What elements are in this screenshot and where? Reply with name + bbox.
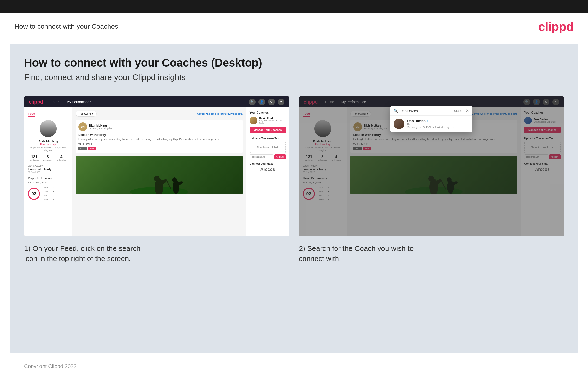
- search-result-1[interactable]: Dan Davies ✔ Pro Sunningdale Golf Club, …: [390, 116, 472, 132]
- coaches-title-1: Your Coaches: [250, 111, 286, 114]
- trackman-input-1[interactable]: [250, 155, 274, 159]
- nav-home-2: Home: [325, 100, 334, 104]
- coach-card-1: David Ford Royal North Devon Golf Club: [250, 117, 286, 124]
- search-input-text[interactable]: Dan Davies: [400, 109, 452, 113]
- page-title: How to connect with your Coaches: [14, 23, 118, 30]
- screenshots-row: clippd Home My Performance 🔍 👤 ⚙ ▾ Feed: [24, 96, 564, 264]
- result-role-1: Pro: [407, 123, 454, 126]
- settings-icon-2: ⚙: [543, 99, 550, 105]
- profile-panel-2: Feed Blair McHarg Plus Handicap Royal No…: [299, 108, 347, 236]
- stat-followers-1: 3 Followers: [43, 155, 53, 161]
- following-row-1: Following ▾ Control who can see your act…: [76, 111, 243, 117]
- search-icon-overlay: 🔍: [394, 109, 398, 113]
- coach-info-club-1: Royal North Devon Golf Club: [259, 120, 286, 124]
- settings-icon-1[interactable]: ⚙: [268, 99, 275, 105]
- close-search-btn[interactable]: ✕: [466, 109, 469, 113]
- add-link-btn-1[interactable]: Add Link: [274, 155, 286, 159]
- stats-row-2: 131Activities 3Followers 4Following: [303, 155, 343, 161]
- profile-photo-1: [40, 120, 57, 137]
- coaches-panel-2: Your Coaches Dan Davies Sunningdale Golf…: [521, 108, 564, 236]
- nav-performance-2: My Performance: [341, 100, 366, 104]
- result-club-1: Sunningdale Golf Club, United Kingdom: [407, 126, 454, 129]
- lesson-title-1: Lesson with Fordy: [79, 133, 240, 137]
- nav-logo-2: clippd: [304, 99, 318, 105]
- search-icon-2: 🔍: [524, 99, 530, 105]
- app-body-1: Feed Blair McHarg Plus Handicap Royal No…: [24, 108, 289, 236]
- nav-icons-1: 🔍 👤 ⚙ ▾: [249, 99, 284, 105]
- profile-location-2: Royal North Devon Golf Club, United King…: [303, 146, 343, 152]
- result-name-1: Dan Davies ✔: [407, 119, 454, 123]
- caption-2: 2) Search for the Coach you wish toconne…: [299, 243, 564, 264]
- search-icon-1[interactable]: 🔍: [249, 99, 256, 105]
- profile-icon-2: 👤: [533, 99, 540, 105]
- search-overlay: 🔍 Dan Davies CLEAR ✕ Dan Davies ✔ Pro: [390, 106, 472, 132]
- ad-2: 03 Aug 2022: [303, 171, 343, 173]
- result-info-1: Dan Davies ✔ Pro Sunningdale Golf Club, …: [407, 119, 454, 129]
- section-subtitle: Find, connect and share your Clippd insi…: [24, 73, 564, 82]
- clear-btn[interactable]: CLEAR: [454, 110, 463, 112]
- perf-title-1: Player Performance: [28, 177, 68, 180]
- upload-title-1: Upload a Trackman Test: [250, 137, 286, 140]
- profile-subtitle-1: Plus Handicap: [28, 143, 68, 146]
- lesson-desc-1: Looking to feel like my hands are exitin…: [79, 138, 240, 141]
- lesson-duration-1: 01 hr : 30 min: [79, 142, 240, 145]
- app-nav-1: clippd Home My Performance 🔍 👤 ⚙ ▾: [24, 96, 289, 108]
- svg-point-6: [172, 177, 177, 182]
- perf-subtitle-1: Total Player Quality: [28, 182, 68, 184]
- top-bar: [0, 0, 588, 12]
- ott-btn-1[interactable]: OTT: [79, 147, 87, 150]
- search-bar: 🔍 Dan Davies CLEAR ✕: [390, 106, 472, 116]
- copyright: Copyright Clippd 2022: [0, 357, 588, 368]
- score-circle-1: 92: [28, 188, 40, 200]
- profile-photo-2: [314, 120, 331, 137]
- stat-following-1: 4 Following: [57, 155, 66, 161]
- profile-panel-1: Feed Blair McHarg Plus Handicap Royal No…: [24, 108, 72, 236]
- stat-activities-1: 131 Activities: [30, 155, 39, 161]
- coach-avatar-sm-1: [250, 117, 257, 124]
- trackman-box-1: Trackman Link: [250, 142, 286, 153]
- golf-photo-1: [76, 156, 243, 194]
- coach-info-name-1: David Ford: [259, 117, 286, 120]
- performance-section-1: Player Performance Total Player Quality …: [28, 177, 68, 202]
- lesson-header-1: BM Blair McHarg Yesterday · Sunningdale: [79, 122, 240, 131]
- nav-home-1[interactable]: Home: [50, 100, 59, 104]
- svg-point-10: [429, 176, 434, 182]
- activity-name-1: Lesson with Fordy: [28, 168, 68, 171]
- profile-icon-1[interactable]: 👤: [258, 99, 265, 105]
- profile-location-1: Royal North Devon Golf Club, United King…: [28, 146, 68, 152]
- control-link-1[interactable]: Control who can see your activity and da…: [197, 112, 242, 115]
- latest-activity-label-1: Latest Activity: [28, 164, 68, 167]
- perf-bars-1: OTT90 APP85 ARG86 PUTT96: [44, 186, 57, 202]
- caption-1: 1) On your Feed, click on the searchicon…: [24, 243, 289, 264]
- verified-badge-1: ✔: [427, 119, 429, 123]
- section-title: How to connect with your Coaches (Deskto…: [24, 56, 564, 69]
- clippd-logo: clippd: [538, 19, 574, 34]
- result-avatar-1: [394, 119, 404, 129]
- manage-coaches-btn-1[interactable]: Manage Your Coaches: [250, 127, 286, 133]
- ps-2: Player Performance Total Player Quality …: [303, 177, 343, 202]
- feed-panel-1: Following ▾ Control who can see your act…: [72, 108, 246, 236]
- screenshot-1-frame: clippd Home My Performance 🔍 👤 ⚙ ▾ Feed: [24, 96, 289, 236]
- nav-logo-1: clippd: [29, 99, 43, 105]
- screenshot-2-block: clippd Home My Performance 🔍 👤 ⚙ ▾ Feed: [299, 96, 564, 264]
- feed-tab-2: Feed: [303, 112, 310, 117]
- feed-tab-1[interactable]: Feed: [28, 112, 35, 117]
- app-btn-1[interactable]: APP: [88, 147, 96, 150]
- header: How to connect with your Coaches clippd: [0, 12, 588, 38]
- avatar-icon-1[interactable]: ▾: [278, 99, 284, 105]
- following-btn-1[interactable]: Following ▾: [76, 111, 97, 117]
- profile-name-1: Blair McHarg: [28, 139, 68, 143]
- lesson-coach-sub-1: Yesterday · Sunningdale: [89, 127, 112, 130]
- coaches-panel-1: Your Coaches David Ford Royal North Devo…: [246, 108, 289, 236]
- coach-avatar-feed-1: BM: [79, 122, 87, 131]
- nav-performance-1[interactable]: My Performance: [66, 100, 91, 104]
- lesson-card-1: BM Blair McHarg Yesterday · Sunningdale …: [76, 120, 243, 153]
- lesson-actions-1: OTT APP: [79, 147, 240, 150]
- avatar-icon-2: ▾: [552, 99, 559, 105]
- main-content: How to connect with your Coaches (Deskto…: [10, 44, 578, 353]
- connect-data-title-1: Connect your data: [250, 162, 286, 165]
- svg-point-14: [447, 177, 452, 182]
- profile-name-2: Blair McHarg: [303, 139, 343, 143]
- stats-row-1: 131 Activities 3 Followers 4 Following: [28, 155, 68, 161]
- la-2: Latest Activity: [303, 164, 343, 167]
